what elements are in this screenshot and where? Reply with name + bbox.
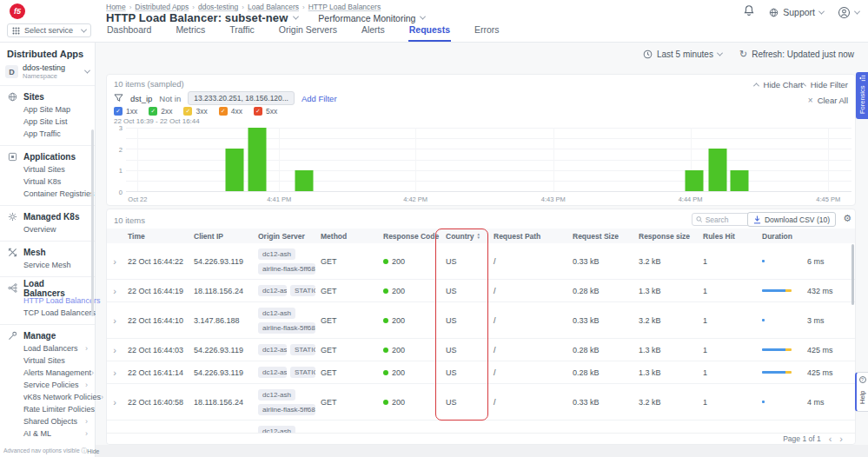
- status-filter-1xx[interactable]: ✓1xx: [114, 107, 137, 116]
- user-account-menu[interactable]: [838, 6, 859, 19]
- filter-value-chip[interactable]: 13.233.20.251, 18.156.120...: [188, 91, 295, 105]
- sidebar-item-virtual-sites[interactable]: Virtual Sites: [0, 354, 95, 367]
- chart-bar[interactable]: [730, 170, 748, 191]
- column-header-rules-hit[interactable]: Rules Hit: [698, 232, 757, 241]
- sidebar-item-rate-limiter-policies[interactable]: Rate Limiter Policies: [0, 403, 95, 415]
- checkbox-checked-icon[interactable]: ✓: [254, 107, 262, 116]
- row-expand-chevron[interactable]: ›: [113, 397, 116, 407]
- title-chevron-down-icon[interactable]: [293, 14, 299, 20]
- sidebar-item-ai-ml[interactable]: AI & ML›: [0, 427, 95, 440]
- sidebar-item-vk8s-network-policies[interactable]: vK8s Network Policies›: [0, 391, 95, 403]
- row-expand-chevron[interactable]: ›: [113, 368, 116, 378]
- forensics-side-tab[interactable]: Forensics: [856, 72, 868, 119]
- chart-bar[interactable]: [708, 149, 726, 191]
- refresh-button[interactable]: ↻ Refresh: Updated just now: [739, 49, 854, 60]
- column-header-time[interactable]: Time: [123, 232, 189, 241]
- notifications-bell-icon[interactable]: [743, 4, 755, 20]
- tab-traffic[interactable]: Traffic: [229, 24, 255, 42]
- tab-metrics[interactable]: Metrics: [175, 24, 206, 42]
- table-row[interactable]: ›22 Oct 16:40:5818.118.156.24dc12-ashair…: [107, 384, 855, 421]
- breadcrumb-link-ddos-testing[interactable]: ddos-testing: [198, 3, 238, 11]
- hide-nav-button[interactable]: Hide: [87, 448, 99, 454]
- chart-bar[interactable]: [685, 170, 703, 191]
- table-row[interactable]: ›22 Oct 16:44:1918.118.156.24dc12-ashSTA…: [107, 280, 855, 302]
- table-settings-gear-icon[interactable]: ⚙: [843, 213, 851, 224]
- monitoring-dropdown[interactable]: Performance Monitoring: [318, 13, 425, 23]
- column-header-duration[interactable]: Duration: [757, 232, 855, 241]
- status-filter-2xx[interactable]: ✓2xx: [149, 107, 172, 116]
- sidebar-section-header-mesh[interactable]: Mesh: [0, 246, 95, 259]
- support-menu[interactable]: Support: [769, 7, 824, 17]
- sort-icon[interactable]: ▲▼: [477, 233, 480, 239]
- column-header-request-path[interactable]: Request Path: [488, 232, 567, 241]
- hide-filter-button[interactable]: Hide Filter: [801, 80, 848, 89]
- status-filter-3xx[interactable]: ✓3xx: [183, 107, 207, 116]
- row-expand-chevron[interactable]: ›: [113, 345, 116, 355]
- column-header-response-code[interactable]: Response Code: [378, 232, 435, 241]
- tab-errors[interactable]: Errors: [474, 24, 500, 42]
- sidebar-item-tcp-load-balancers[interactable]: TCP Load Balancers: [0, 307, 95, 319]
- sidebar-section-header-manage[interactable]: Manage: [0, 329, 95, 342]
- row-expand-chevron[interactable]: ›: [113, 286, 116, 296]
- sidebar-item-overview[interactable]: Overview: [0, 223, 95, 235]
- add-filter-button[interactable]: Add Filter: [301, 94, 337, 103]
- sidebar-section-header-applications[interactable]: Applications: [0, 150, 95, 163]
- filter-funnel-icon[interactable]: [114, 94, 123, 103]
- sidebar-item-service-mesh[interactable]: Service Mesh: [0, 259, 95, 271]
- row-expand-chevron[interactable]: ›: [113, 256, 116, 267]
- column-header-request-size[interactable]: Request Size: [567, 232, 633, 241]
- table-row[interactable]: ›22 Oct 16:44:103.147.86.188dc12-ashairl…: [107, 302, 855, 339]
- breadcrumb-link-distributed-apps[interactable]: Distributed Apps: [135, 3, 189, 11]
- sidebar-section-header-sites[interactable]: Sites: [0, 90, 95, 103]
- breadcrumb-link-http-load-balancers[interactable]: HTTP Load Balancers: [308, 3, 381, 11]
- sidebar-item-http-load-balancers[interactable]: HTTP Load Balancers: [0, 295, 95, 307]
- sidebar-item-virtual-sites[interactable]: Virtual Sites: [0, 163, 95, 176]
- sidebar-section-header-managed-k8s[interactable]: Managed K8s: [0, 210, 95, 223]
- table-row[interactable]: ›22 Oct 16:41:1454.226.93.119dc12-ashSTA…: [107, 361, 855, 384]
- chart-bar[interactable]: [295, 170, 313, 191]
- sidebar-item-app-traffic[interactable]: App Traffic: [0, 128, 95, 140]
- column-header-response-size[interactable]: Response size: [633, 232, 698, 241]
- sidebar-item-alerts-management[interactable]: Alerts Management›: [0, 367, 95, 379]
- namespace-selector[interactable]: D ddos-testing Namespace: [5, 63, 89, 80]
- sidebar-section-header-load-balancers[interactable]: Load Balancers: [0, 281, 95, 295]
- table-row[interactable]: ›22 Oct 16:44:0354.226.93.119dc12-ashSTA…: [107, 339, 855, 361]
- tab-dashboard[interactable]: Dashboard: [106, 24, 152, 42]
- column-header-country[interactable]: Country▲▼: [435, 232, 488, 241]
- column-header-method[interactable]: Method: [315, 232, 378, 241]
- checkbox-checked-icon[interactable]: ✓: [149, 107, 157, 116]
- sidebar-item-load-balancers[interactable]: Load Balancers›: [0, 342, 95, 354]
- sidebar-item-container-registries[interactable]: Container Registries: [0, 188, 95, 200]
- f5-logo[interactable]: f5: [10, 3, 25, 19]
- checkbox-checked-icon[interactable]: ✓: [183, 107, 192, 116]
- checkbox-checked-icon[interactable]: ✓: [219, 107, 228, 116]
- prev-page-button[interactable]: ‹: [829, 435, 832, 442]
- next-page-button[interactable]: ›: [839, 435, 843, 442]
- status-filter-4xx[interactable]: ✓4xx: [219, 107, 242, 116]
- tab-alerts[interactable]: Alerts: [361, 24, 386, 42]
- sidebar-item-shared-objects[interactable]: Shared Objects›: [0, 415, 95, 427]
- chart-bar[interactable]: [248, 128, 267, 191]
- sidebar-item-virtual-k8s[interactable]: Virtual K8s: [0, 176, 95, 188]
- row-expand-chevron[interactable]: ›: [113, 315, 116, 326]
- tab-requests[interactable]: Requests: [408, 24, 451, 42]
- select-service-dropdown[interactable]: Select service: [7, 23, 91, 37]
- table-scrollbar[interactable]: [851, 244, 854, 305]
- info-icon[interactable]: ⓘ: [82, 447, 88, 454]
- column-header-client-ip[interactable]: Client IP: [189, 232, 253, 241]
- tab-origin-servers[interactable]: Origin Servers: [278, 24, 338, 42]
- checkbox-checked-icon[interactable]: ✓: [114, 107, 123, 116]
- filter-operator[interactable]: Not in: [159, 94, 181, 103]
- table-row[interactable]: ›22 Oct 16:44:2254.226.93.119dc12-ashair…: [107, 243, 855, 280]
- breadcrumb-link-load-balancers[interactable]: Load Balancers: [248, 3, 299, 11]
- download-csv-button[interactable]: Download CSV (10): [747, 212, 836, 227]
- sidebar-scrollbar[interactable]: [91, 129, 94, 316]
- status-filter-5xx[interactable]: ✓5xx: [254, 107, 277, 116]
- sidebar-item-app-site-map[interactable]: App Site Map: [0, 103, 95, 116]
- chart-bar[interactable]: [226, 149, 244, 191]
- help-side-tab[interactable]: ? Help: [855, 372, 868, 412]
- time-range-dropdown[interactable]: Last 5 minutes: [643, 50, 722, 59]
- column-header-origin-server[interactable]: Origin Server: [253, 232, 315, 241]
- breadcrumb-link-home[interactable]: Home: [106, 3, 126, 11]
- clear-all-button[interactable]: × Clear All: [808, 96, 848, 105]
